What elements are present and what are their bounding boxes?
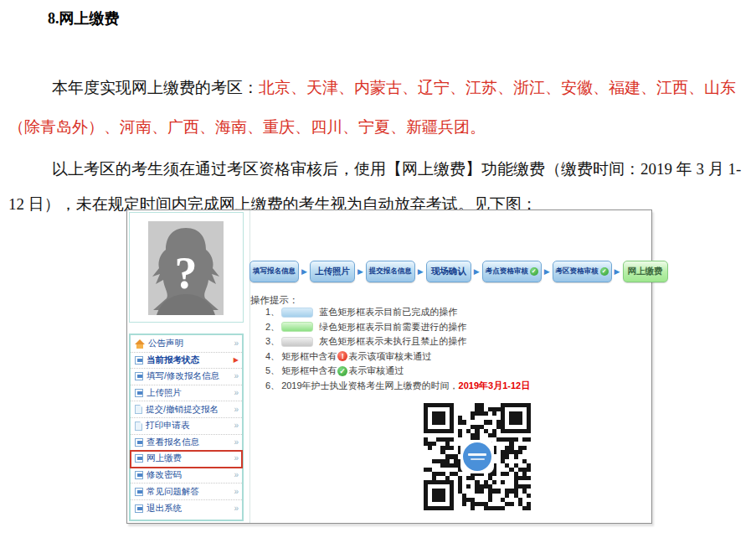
sidebar-menu-item[interactable]: 当前报考状态 ▶: [131, 353, 242, 370]
flow-step: 考点资格审核 ✓ ▶: [482, 261, 550, 282]
section-heading: 8.网上缴费: [48, 8, 120, 28]
sidebar-menu-item[interactable]: 打印申请表 »: [131, 418, 242, 435]
flow-step: 网上缴费: [623, 261, 668, 282]
sidebar-menu-item[interactable]: 常见问题解答 »: [131, 484, 242, 500]
form-icon: [135, 389, 143, 397]
flow-step: 提交报名信息 ▶: [366, 261, 424, 282]
flow-step-label: 填写报名信息: [253, 266, 296, 277]
check-circle-icon: ✓: [337, 366, 347, 376]
sidebar-menu-item[interactable]: 退出系统 »: [131, 500, 242, 517]
flow-arrow-icon: ▶: [544, 268, 550, 276]
sidebar-item-label: 退出系统: [147, 503, 182, 515]
sidebar-menu-item[interactable]: 公告声明 »: [131, 336, 242, 353]
status-icon: [135, 356, 143, 365]
form-icon: [135, 438, 143, 447]
sidebar-item-label: 填写/修改报名信息: [147, 370, 219, 382]
sidebar-item-label: 当前报考状态: [147, 354, 199, 366]
tip-text: 灰色矩形框表示未执行且禁止的操作: [319, 335, 466, 348]
tip-number: 1、: [265, 306, 280, 318]
sidebar-item-label: 常见问题解答: [147, 486, 199, 498]
photo-panel: ?: [129, 212, 244, 323]
flow-step-label: 现场确认: [431, 266, 466, 277]
flow-arrow-icon: ▶: [357, 268, 363, 276]
chevron-right-icon: »: [234, 488, 239, 496]
chevron-right-icon: »: [234, 389, 239, 397]
sidebar-menu-item[interactable]: 填写/修改报名信息 »: [131, 369, 242, 385]
tip-number: 4、: [265, 350, 280, 363]
sidebar-menu-item[interactable]: 查看报名信息 »: [131, 435, 242, 452]
tips-list: 1、 蓝色矩形框表示目前已完成的操作 2、 绿色矩形框表示目前需要进行的操作: [265, 306, 530, 394]
tip-row: 5、 矩形框中含有 ✓ 表示审核通过: [265, 365, 530, 377]
flow-step-button[interactable]: 考区资格审核 ✓: [553, 261, 612, 282]
question-mark-glyph: ?: [148, 226, 224, 315]
tip-text-pre: 矩形框中含有: [281, 350, 337, 363]
tip-row: 1、 蓝色矩形框表示目前已完成的操作: [265, 306, 530, 318]
swatch-green: [281, 322, 313, 332]
sidebar-menu: 公告声明 » 当前报考状态 ▶ 填写/修改报名信息 » 上传照片: [129, 334, 244, 521]
flow-step: 考区资格审核 ✓ ▶: [553, 261, 620, 282]
swatch-blue: [281, 308, 313, 318]
flow-arrow-icon: ▶: [615, 268, 620, 276]
flow-arrow-icon: ▶: [418, 268, 424, 276]
flow-step: 现场确认 ▶: [426, 261, 480, 282]
check-circle-icon: ✓: [600, 267, 609, 276]
tip-number: 6、: [265, 380, 280, 392]
chevron-right-icon: »: [234, 504, 239, 513]
sidebar-menu-item[interactable]: 修改密码 »: [131, 468, 242, 484]
flow-step-label: 上传照片: [315, 266, 350, 277]
chevron-right-icon: »: [234, 454, 239, 463]
sidebar-item-label: 查看报名信息: [147, 437, 199, 448]
flow-step-button[interactable]: 现场确认: [426, 261, 471, 282]
tip-text: 蓝色矩形框表示目前已完成的操作: [319, 306, 457, 318]
chevron-right-icon: »: [234, 438, 239, 447]
vertical-divider: [249, 210, 250, 523]
check-circle-icon: ✓: [530, 267, 538, 276]
flow-step-label: 考区资格审核: [556, 266, 599, 277]
sidebar-item-label: 公告声明: [148, 338, 183, 349]
tip-text: 表示审核通过: [348, 365, 404, 377]
flow-step-button[interactable]: 提交报名信息: [366, 261, 415, 282]
form-icon: [135, 504, 143, 513]
tip-text-pre: 矩形框中含有: [281, 365, 337, 377]
chevron-right-icon: »: [234, 406, 239, 414]
sidebar-menu-item[interactable]: 提交/撤销提交报名 »: [131, 401, 242, 418]
form-icon: [135, 454, 143, 463]
registration-progress-flow: 填写报名信息 ▶ 上传照片 ▶ 提交报名信息: [249, 261, 668, 282]
doc-icon: [135, 405, 142, 414]
flow-step-button[interactable]: 考点资格审核 ✓: [482, 261, 542, 282]
flow-step-button[interactable]: 填写报名信息: [249, 261, 299, 282]
sidebar-item-label: 上传照片: [147, 387, 182, 399]
tip-row: 2、 绿色矩形框表示目前需要进行的操作: [265, 321, 530, 334]
sidebar-menu-item[interactable]: 网上缴费 »: [131, 451, 242, 468]
qr-code: [424, 403, 531, 510]
tip-number: 2、: [265, 321, 280, 334]
flow-arrow-icon: ▶: [301, 268, 307, 276]
flow-step-label: 网上缴费: [628, 266, 663, 277]
flow-arrow-icon: ▶: [474, 268, 480, 276]
sidebar-item-label: 打印申请表: [146, 420, 190, 432]
sidebar-item-label: 提交/撤销提交报名: [146, 404, 219, 416]
chevron-right-icon: »: [234, 471, 239, 479]
form-icon: [135, 471, 143, 479]
chevron-right-icon: »: [234, 421, 239, 430]
flow-step-button[interactable]: 上传照片: [310, 261, 355, 282]
form-icon: [135, 372, 143, 380]
tip-text-pre: 2019年护士执业资格考生网上缴费的时间，: [281, 380, 458, 392]
swatch-gray: [281, 337, 313, 347]
tip-text: 绿色矩形框表示目前需要进行的操作: [319, 321, 466, 334]
tip-number: 5、: [265, 365, 280, 377]
placeholder-photo: ?: [148, 221, 224, 315]
sidebar-menu-item[interactable]: 上传照片 »: [131, 385, 242, 402]
qr-logo-circle: [463, 442, 491, 471]
flow-step: 填写报名信息 ▶: [249, 261, 307, 282]
qr-center-logo: [460, 440, 494, 473]
chevron-right-icon: »: [234, 372, 239, 380]
sidebar-item-label: 修改密码: [147, 469, 182, 481]
doc-icon: [135, 421, 142, 431]
paragraph-intro-text: 本年度实现网上缴费的考区：: [52, 79, 259, 96]
tip-row: 6、 2019年护士执业资格考生网上缴费的时间， 2019年3月1-12日: [265, 380, 530, 392]
flow-step-label: 考点资格审核: [486, 266, 528, 277]
notice-document-page: 8.网上缴费 本年度实现网上缴费的考区：北京、天津、内蒙古、辽宁、江苏、浙江、安…: [0, 0, 756, 543]
paragraph-payment-regions: 本年度实现网上缴费的考区：北京、天津、内蒙古、辽宁、江苏、浙江、安徽、福建、江西…: [8, 68, 748, 147]
flow-step-button[interactable]: 网上缴费: [623, 261, 668, 282]
